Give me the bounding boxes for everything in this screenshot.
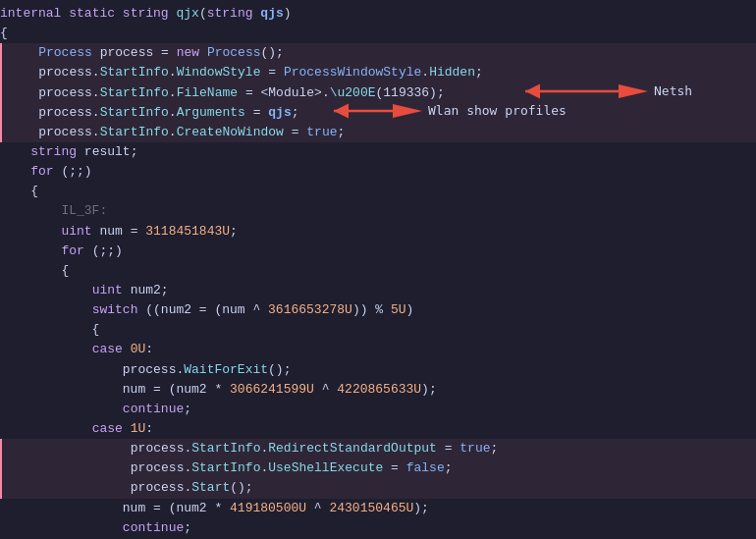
code-line: case 0U: (0, 340, 756, 359)
code-line: Process process = new Process(); (0, 43, 756, 63)
code-line: process.StartInfo.FileName = <Module>.\u… (0, 83, 756, 103)
code-line: process.Start(); (0, 478, 756, 498)
code-line: continue; (0, 400, 756, 419)
code-line: process.WaitForExit(); (0, 360, 756, 380)
code-line: num = (num2 * 419180500U ^ 2430150465U); (0, 499, 756, 518)
code-line: process.StartInfo.WindowStyle = ProcessW… (0, 63, 756, 82)
code-line: uint num2; (0, 281, 756, 300)
line-open-brace: { (0, 24, 756, 43)
code-line: for (;;) (0, 162, 756, 182)
code-line: for (;;) (0, 242, 756, 261)
header-line: internal static string qjx(string qjs) (0, 4, 756, 24)
code-line: { (0, 182, 756, 201)
code-line: uint num = 3118451843U; (0, 222, 756, 242)
code-viewer: internal static string qjx(string qjs) {… (0, 0, 756, 539)
code-line: continue; (0, 518, 756, 538)
code-line: num = (num2 * 3066241599U ^ 4220865633U)… (0, 380, 756, 400)
code-line: process.StartInfo.RedirectStandardOutput… (0, 439, 756, 458)
code-line: process.StartInfo.UseShellExecute = fals… (0, 458, 756, 478)
code-line: process.StartInfo.CreateNoWindow = true; (0, 123, 756, 142)
code-line: { (0, 261, 756, 281)
code-line: process.StartInfo.Arguments = qjs; (0, 103, 756, 123)
header-content: internal static string qjx(string qjs) (0, 4, 748, 24)
code-line: switch ((num2 = (num ^ 3616653278U)) % 5… (0, 300, 756, 320)
code-line: { (0, 320, 756, 340)
code-line: IL_3F: (0, 201, 756, 221)
code-line: case 1U: (0, 419, 756, 439)
code-line: string result; (0, 142, 756, 162)
